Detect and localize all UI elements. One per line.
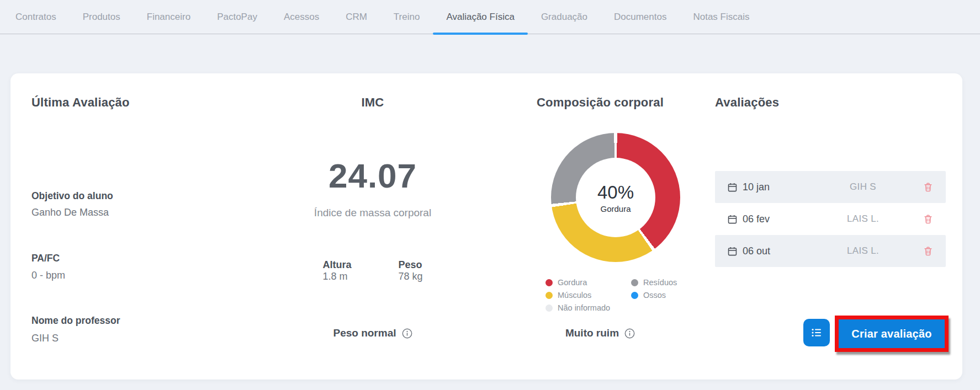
body-composition-status-row: Muito ruim	[504, 327, 697, 339]
legend-label: Ossos	[643, 291, 666, 300]
evaluations-list: 10 jan GIH S 06 fev LAIS L. 06 out LAIS …	[715, 171, 946, 267]
evaluation-list-button[interactable]	[803, 319, 830, 346]
imc-status-text: Peso normal	[333, 327, 396, 339]
delete-evaluation-button[interactable]	[916, 207, 940, 231]
height-weight-row: Altura 1.8 m Peso 78 kg	[254, 259, 491, 282]
donut-center-value: 40%	[597, 182, 634, 203]
tab-avaliacao-fisica[interactable]: Avaliação Física	[433, 0, 527, 34]
tab-pactopay[interactable]: PactoPay	[204, 0, 271, 34]
gordura-dot	[545, 279, 553, 286]
evaluation-professor: LAIS L.	[810, 245, 916, 257]
legend-item-ossos: Ossos	[631, 291, 677, 300]
weight-value: 78 kg	[398, 271, 422, 282]
musculos-dot	[545, 292, 553, 299]
info-icon[interactable]	[402, 328, 412, 339]
evaluation-date-text: 06 fev	[743, 213, 770, 225]
info-icon[interactable]	[624, 328, 635, 339]
action-highlight-box: Criar avaliação	[835, 316, 949, 352]
physical-evaluation-card: Última Avaliação Objetivo do aluno Ganho…	[10, 73, 962, 380]
list-icon	[810, 326, 823, 339]
body-composition-title: Composição corporal	[504, 95, 697, 110]
residuos-dot	[631, 279, 638, 286]
weight-block: Peso 78 kg	[398, 259, 422, 282]
weight-label: Peso	[398, 259, 422, 271]
trash-icon	[923, 245, 934, 257]
imc-status-row: Peso normal	[254, 327, 491, 339]
legend-label: Músculos	[558, 291, 591, 300]
tab-treino[interactable]: Treino	[380, 0, 433, 34]
trash-icon	[923, 181, 934, 193]
evaluation-date: 10 jan	[727, 181, 810, 193]
calendar-icon	[727, 182, 738, 193]
student-goal-label: Objetivo do aluno	[31, 190, 113, 202]
height-value: 1.8 m	[322, 271, 351, 282]
evaluation-row[interactable]: 06 fev LAIS L.	[715, 203, 946, 235]
pa-fc-value: 0 - bpm	[31, 270, 65, 281]
evaluation-row[interactable]: 06 out LAIS L.	[715, 235, 946, 267]
legend-label: Gordura	[558, 278, 587, 287]
legend-label: Não informado	[558, 303, 610, 312]
legend-left-column: Gordura Músculos Não informado	[545, 278, 631, 312]
imc-subtitle: Índice de massa corporal	[254, 207, 491, 219]
professor-name-value: GIH S	[31, 333, 59, 344]
donut-center: 40% Gordura	[576, 158, 655, 237]
last-evaluation-title: Última Avaliação	[31, 95, 130, 110]
tab-bar: Contratos Produtos Financeiro PactoPay A…	[0, 0, 980, 34]
height-label: Altura	[322, 259, 351, 271]
calendar-icon	[727, 246, 738, 257]
student-goal-value: Ganho De Massa	[31, 207, 109, 218]
legend-item-gordura: Gordura	[545, 278, 631, 287]
evaluation-date: 06 fev	[727, 213, 810, 225]
legend-item-nao-informado: Não informado	[545, 303, 631, 312]
evaluation-professor: LAIS L.	[810, 213, 916, 225]
tab-graduacao[interactable]: Graduação	[528, 0, 601, 34]
evaluation-date-text: 06 out	[743, 245, 770, 257]
evaluation-professor: GIH S	[810, 181, 916, 193]
evaluation-row[interactable]: 10 jan GIH S	[715, 171, 946, 203]
donut-legend: Gordura Músculos Não informado Resíduos …	[545, 278, 677, 312]
imc-value: 24.07	[254, 156, 491, 195]
tab-financeiro[interactable]: Financeiro	[134, 0, 204, 34]
legend-item-residuos: Resíduos	[631, 278, 677, 287]
legend-label: Resíduos	[643, 278, 677, 287]
evaluation-date-text: 10 jan	[743, 181, 770, 193]
body-composition-status-text: Muito ruim	[565, 327, 619, 339]
delete-evaluation-button[interactable]	[916, 175, 940, 199]
delete-evaluation-button[interactable]	[916, 239, 940, 263]
tab-contratos[interactable]: Contratos	[2, 0, 70, 34]
calendar-icon	[727, 214, 738, 225]
tab-crm[interactable]: CRM	[332, 0, 380, 34]
body-composition-donut-chart: 40% Gordura	[551, 133, 680, 262]
professor-name-label: Nome do professor	[31, 315, 120, 327]
imc-title: IMC	[254, 95, 491, 110]
legend-item-musculos: Músculos	[545, 291, 631, 300]
evaluations-title: Avaliações	[715, 95, 779, 110]
pa-fc-label: PA/FC	[31, 253, 60, 264]
tab-documentos[interactable]: Documentos	[601, 0, 680, 34]
donut-center-label: Gordura	[600, 204, 631, 213]
trash-icon	[923, 213, 934, 225]
tab-notas-fiscais[interactable]: Notas Fiscais	[680, 0, 762, 34]
nao-informado-dot	[545, 304, 553, 312]
tab-produtos[interactable]: Produtos	[70, 0, 134, 34]
tab-acessos[interactable]: Acessos	[271, 0, 332, 34]
height-block: Altura 1.8 m	[322, 259, 351, 282]
legend-right-column: Resíduos Ossos	[631, 278, 677, 312]
evaluation-date: 06 out	[727, 245, 810, 257]
create-evaluation-button[interactable]: Criar avaliação	[839, 319, 945, 348]
ossos-dot	[631, 292, 638, 299]
